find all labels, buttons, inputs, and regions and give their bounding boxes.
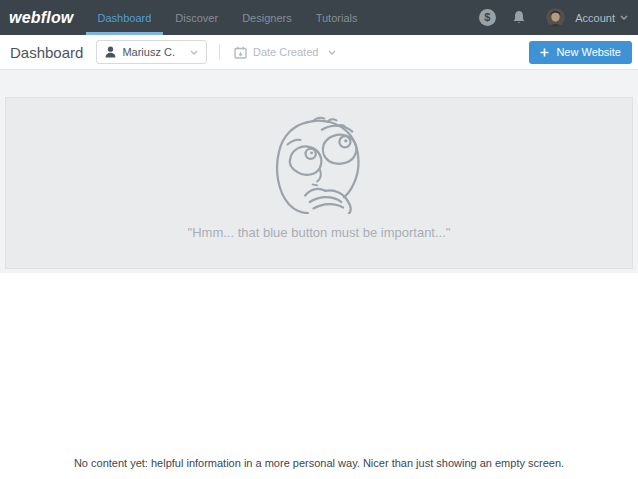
page-title: Dashboard xyxy=(10,44,83,61)
top-navbar: webflow Dashboard Discover Designers Tut… xyxy=(0,0,638,35)
webflow-logo[interactable]: webflow xyxy=(9,9,74,27)
nav-item-tutorials[interactable]: Tutorials xyxy=(304,0,370,35)
thinking-face-illustration xyxy=(258,114,380,214)
account-menu[interactable]: Account xyxy=(575,12,630,24)
dashboard-toolbar: Dashboard Mariusz C. Date Created xyxy=(0,35,638,70)
calendar-sort-icon xyxy=(234,46,247,59)
user-filter-dropdown[interactable]: Mariusz C. xyxy=(96,40,207,64)
annotation-caption: No content yet: helpful information in a… xyxy=(0,457,638,469)
date-sort-dropdown[interactable]: Date Created xyxy=(232,46,338,59)
user-filter-value: Mariusz C. xyxy=(122,46,175,58)
chevron-down-icon xyxy=(328,50,336,55)
chevron-down-icon xyxy=(190,50,198,55)
primary-nav: Dashboard Discover Designers Tutorials xyxy=(86,0,370,35)
account-label: Account xyxy=(575,12,615,24)
new-website-button[interactable]: New Website xyxy=(529,41,632,64)
empty-state-quote: "Hmm... that blue button must be importa… xyxy=(188,225,451,240)
dollar-coin-icon: $ xyxy=(479,9,496,26)
navbar-right-controls: $ Account xyxy=(474,0,630,35)
bell-icon xyxy=(512,10,526,25)
notifications-button[interactable] xyxy=(506,5,532,31)
toolbar-divider xyxy=(219,44,220,60)
chevron-down-icon xyxy=(620,15,628,20)
person-icon xyxy=(105,46,116,58)
nav-item-discover[interactable]: Discover xyxy=(163,0,230,35)
empty-state-card: "Hmm... that blue button must be importa… xyxy=(5,97,633,269)
nav-item-dashboard[interactable]: Dashboard xyxy=(86,0,164,35)
nav-item-designers[interactable]: Designers xyxy=(230,0,304,35)
date-sort-value: Date Created xyxy=(253,46,318,58)
dashboard-empty-area: "Hmm... that blue button must be importa… xyxy=(0,70,638,273)
avatar-photo xyxy=(546,8,565,27)
plus-icon xyxy=(540,48,549,57)
new-website-label: New Website xyxy=(556,46,621,58)
webflow-app: webflow Dashboard Discover Designers Tut… xyxy=(0,0,638,273)
avatar[interactable] xyxy=(546,8,565,27)
billing-button[interactable]: $ xyxy=(474,5,500,31)
